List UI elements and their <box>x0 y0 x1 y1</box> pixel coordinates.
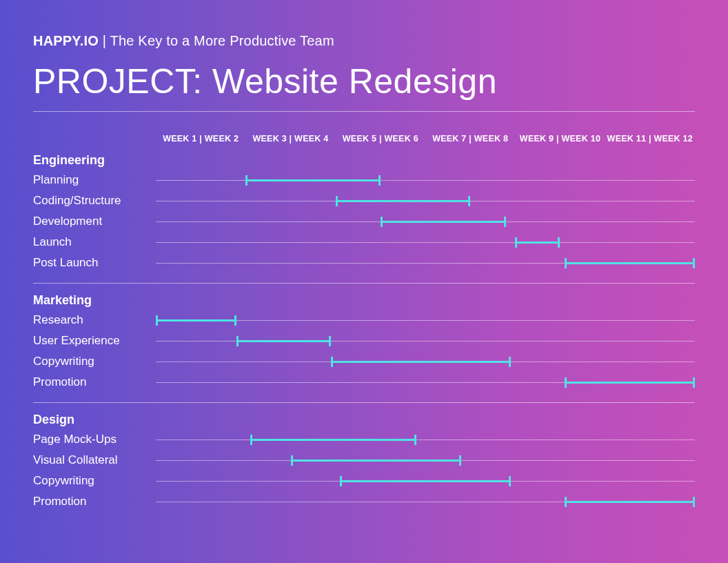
gantt-bar <box>565 262 695 264</box>
task-label: Development <box>33 215 102 228</box>
task-track <box>156 330 695 351</box>
task-label: Planning <box>33 173 79 187</box>
task-track <box>156 253 695 273</box>
title-divider <box>33 111 695 112</box>
section-divider <box>33 283 156 284</box>
task-track <box>156 232 695 253</box>
labels-column: EngineeringPlanningCoding/StructureDevel… <box>33 128 156 512</box>
gantt-bar <box>156 319 236 322</box>
gantt-bar <box>331 361 511 363</box>
week-header-cell: WEEK 1 | WEEK 2 <box>156 134 245 144</box>
gantt-bar <box>236 340 331 342</box>
gantt-bar <box>336 200 471 202</box>
task-track <box>156 190 695 211</box>
task-track <box>156 351 695 372</box>
task-label: Promotion <box>33 495 86 508</box>
task-track <box>156 211 695 232</box>
brand: HAPPY.IO <box>33 33 99 48</box>
task-track <box>156 310 695 330</box>
gantt-bar <box>565 382 695 384</box>
task-track <box>156 491 695 512</box>
project-title: PROJECT: Website Redesign <box>33 61 695 101</box>
task-label: Visual Collateral <box>33 453 118 467</box>
task-label: Page Mock-Ups <box>33 433 117 446</box>
task-label: Copywriting <box>33 355 94 368</box>
week-header-cell: WEEK 9 | WEEK 10 <box>515 134 605 144</box>
task-track <box>156 372 695 393</box>
section-title: Marketing <box>33 289 156 310</box>
task-label: User Experience <box>33 334 120 348</box>
gantt-bar <box>515 241 560 244</box>
task-label: Research <box>33 313 83 327</box>
task-label: Post Launch <box>33 256 99 270</box>
gantt-chart: EngineeringPlanningCoding/StructureDevel… <box>33 128 695 512</box>
task-track <box>156 429 695 450</box>
week-header-cell: WEEK 3 | WEEK 4 <box>245 134 335 144</box>
timeline-column: WEEK 1 | WEEK 2WEEK 3 | WEEK 4WEEK 5 | W… <box>156 128 695 512</box>
gantt-bar <box>250 439 416 441</box>
week-header-cell: WEEK 5 | WEEK 6 <box>336 134 425 144</box>
task-label: Launch <box>33 235 72 249</box>
week-header-cell: WEEK 7 | WEEK 8 <box>425 134 515 144</box>
task-label: Coding/Structure <box>33 194 121 208</box>
weeks-header: WEEK 1 | WEEK 2WEEK 3 | WEEK 4WEEK 5 | W… <box>156 128 695 149</box>
gantt-bar <box>245 179 381 181</box>
task-track <box>156 170 695 190</box>
section-title: Design <box>33 408 156 429</box>
gantt-bar <box>565 501 695 503</box>
gantt-bar <box>381 221 506 223</box>
section-divider <box>33 402 156 403</box>
task-label: Promotion <box>33 375 86 389</box>
gantt-bar <box>340 480 511 482</box>
header-line: HAPPY.IO | The Key to a More Productive … <box>33 33 695 49</box>
week-header-cell: WEEK 11 | WEEK 12 <box>605 134 695 144</box>
tagline: | The Key to a More Productive Team <box>99 33 334 48</box>
section-title: Engineering <box>33 149 156 170</box>
task-track <box>156 450 695 471</box>
task-track <box>156 471 695 491</box>
gantt-bar <box>291 460 462 462</box>
task-label: Copywriting <box>33 474 94 488</box>
